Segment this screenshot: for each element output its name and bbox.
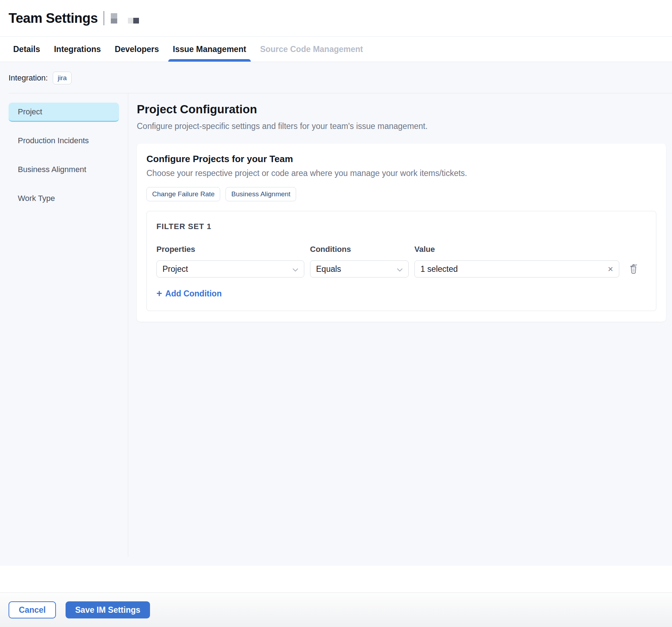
- page-title: Team Settings: [9, 11, 98, 26]
- add-condition-button[interactable]: + Add Condition: [156, 289, 222, 299]
- page-header: Team Settings: [0, 0, 672, 37]
- clear-selection-icon[interactable]: ×: [608, 264, 613, 274]
- delete-filter-button[interactable]: [625, 260, 642, 278]
- tab-integrations[interactable]: Integrations: [49, 37, 105, 62]
- sidebar-item-business-alignment[interactable]: Business Alignment: [9, 160, 119, 180]
- save-im-settings-button[interactable]: Save IM Settings: [66, 601, 150, 618]
- content-area: Integration: jira Project Production Inc…: [0, 62, 672, 566]
- card-subtitle: Choose your respective project or code a…: [146, 169, 656, 178]
- tab-issue-management[interactable]: Issue Management: [168, 37, 251, 62]
- main-panel: Project Configuration Configure project-…: [128, 93, 672, 566]
- project-chips: Change Failure Rate Business Alignment: [146, 187, 656, 201]
- chevron-down-icon: [397, 264, 403, 274]
- filter-grid: Properties Conditions Value Project: [156, 245, 646, 278]
- column-label-value: Value: [414, 245, 619, 254]
- body-columns: Project Production Incidents Business Al…: [0, 93, 672, 566]
- redacted-block-1: [111, 13, 117, 24]
- properties-select-value: Project: [162, 264, 188, 274]
- filter-set-title: FILTER SET 1: [156, 222, 646, 231]
- sidebar-item-work-type[interactable]: Work Type: [9, 189, 119, 208]
- sidebar-item-label: Work Type: [18, 194, 55, 203]
- sidebar-item-label: Project: [18, 107, 42, 116]
- redacted-team-name: [111, 13, 139, 24]
- properties-select[interactable]: Project: [156, 260, 304, 278]
- configure-projects-card: Configure Projects for your Team Choose …: [137, 144, 666, 322]
- footer-action-bar: Cancel Save IM Settings: [0, 593, 672, 627]
- integration-badge: jira: [53, 72, 72, 84]
- plus-icon: +: [156, 289, 162, 299]
- redacted-block-2: [128, 18, 139, 24]
- tab-source-code-management: Source Code Management: [255, 37, 368, 62]
- column-label-properties: Properties: [156, 245, 304, 254]
- value-selected-count: 1 selected: [420, 264, 458, 274]
- sidebar-item-label: Business Alignment: [18, 165, 86, 174]
- chip-business-alignment[interactable]: Business Alignment: [226, 187, 296, 201]
- column-label-conditions: Conditions: [310, 245, 409, 254]
- settings-sidebar: Project Production Incidents Business Al…: [0, 93, 128, 557]
- sidebar-item-label: Production Incidents: [18, 136, 89, 145]
- conditions-select[interactable]: Equals: [310, 260, 409, 278]
- tab-bar: Details Integrations Developers Issue Ma…: [0, 37, 672, 62]
- value-multiselect[interactable]: 1 selected ×: [414, 260, 619, 278]
- sidebar-item-project[interactable]: Project: [9, 103, 119, 122]
- integration-label: Integration:: [9, 73, 48, 83]
- cancel-button[interactable]: Cancel: [9, 601, 56, 618]
- integration-row: Integration: jira: [0, 62, 672, 93]
- chevron-down-icon: [293, 264, 298, 274]
- chip-change-failure-rate[interactable]: Change Failure Rate: [146, 187, 220, 201]
- trash-icon: [629, 263, 639, 275]
- tab-details[interactable]: Details: [9, 37, 45, 62]
- section-title: Project Configuration: [137, 103, 666, 116]
- pre-footer-strip: [0, 566, 672, 592]
- card-title: Configure Projects for your Team: [146, 154, 656, 165]
- team-settings-page: Team Settings Details Integrations Devel…: [0, 0, 672, 627]
- title-separator: [103, 11, 104, 25]
- add-condition-label: Add Condition: [165, 289, 222, 299]
- section-subtitle: Configure project-specific settings and …: [137, 121, 666, 131]
- sidebar-item-production-incidents[interactable]: Production Incidents: [9, 131, 119, 151]
- conditions-select-value: Equals: [316, 264, 341, 274]
- tab-developers[interactable]: Developers: [110, 37, 164, 62]
- filter-set-box: FILTER SET 1 Properties Conditions Value…: [146, 211, 656, 311]
